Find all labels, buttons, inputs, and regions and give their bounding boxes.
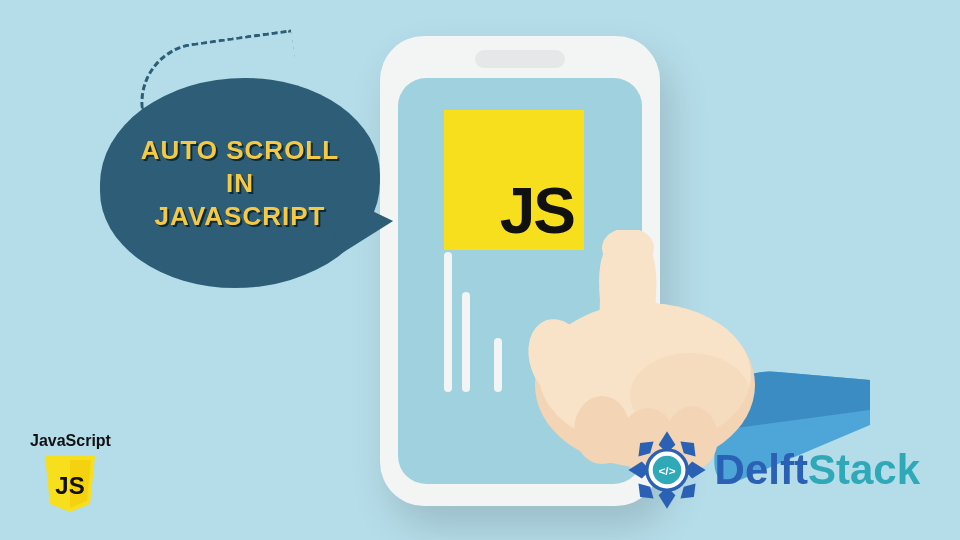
js-logo-tile: JS: [444, 110, 584, 250]
bubble-title: AUTO SCROLL IN JAVASCRIPT: [100, 78, 380, 288]
delftstack-logo: </> DelftStack: [625, 428, 920, 512]
delftstack-rosette-icon: </>: [625, 428, 709, 512]
bubble-line-2: IN: [226, 168, 254, 199]
svg-point-2: [574, 396, 630, 464]
delftstack-wordmark: DelftStack: [715, 446, 920, 494]
phone-notch: [475, 50, 565, 68]
javascript-badge: JavaScript JS: [30, 432, 111, 518]
svg-text:</>: </>: [658, 464, 675, 477]
bubble-line-3: JAVASCRIPT: [155, 201, 326, 232]
bubble-line-1: AUTO SCROLL: [141, 135, 339, 166]
javascript-badge-label: JavaScript: [30, 432, 111, 450]
svg-text:JS: JS: [56, 472, 85, 499]
svg-point-7: [630, 353, 750, 437]
speech-bubble: AUTO SCROLL IN JAVASCRIPT: [100, 78, 380, 288]
brand-part-2: Stack: [808, 446, 920, 493]
scroll-lines: [444, 252, 512, 392]
js-shield-icon: JS: [43, 454, 97, 514]
brand-part-1: Delft: [715, 446, 808, 493]
